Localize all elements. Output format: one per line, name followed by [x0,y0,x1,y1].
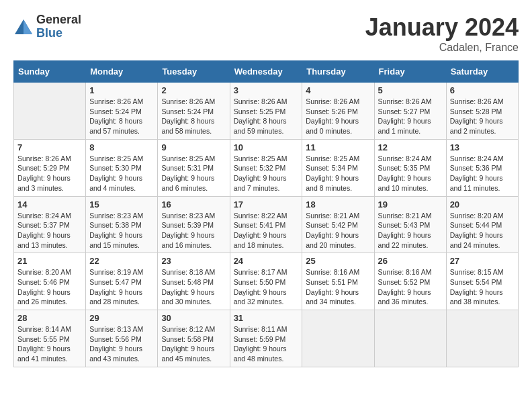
day-info: Sunrise: 8:19 AMSunset: 5:47 PMDaylight:… [89,267,154,307]
header-thursday: Thursday [302,61,374,83]
day-number: 6 [450,85,515,95]
day-number: 12 [378,142,443,152]
day-info: Sunrise: 8:25 AMSunset: 5:31 PMDaylight:… [161,154,226,193]
day-number: 11 [306,142,370,152]
day-cell: 8Sunrise: 8:25 AMSunset: 5:30 PMDaylight… [86,139,158,196]
day-info: Sunrise: 8:24 AMSunset: 5:37 PMDaylight:… [17,211,82,250]
day-cell: 17Sunrise: 8:22 AMSunset: 5:41 PMDayligh… [230,196,302,253]
day-info: Sunrise: 8:20 AMSunset: 5:44 PMDaylight:… [450,211,515,250]
day-cell: 20Sunrise: 8:20 AMSunset: 5:44 PMDayligh… [446,196,518,253]
day-info: Sunrise: 8:11 AMSunset: 5:59 PMDaylight:… [234,324,299,364]
day-number: 29 [89,313,154,323]
day-number: 1 [89,85,154,95]
day-cell: 24Sunrise: 8:17 AMSunset: 5:50 PMDayligh… [230,253,302,310]
page-header: General Blue January 2024 Cadalen, Franc… [13,13,519,54]
day-cell [374,310,446,367]
day-cell: 9Sunrise: 8:25 AMSunset: 5:31 PMDaylight… [158,139,230,196]
day-cell: 22Sunrise: 8:19 AMSunset: 5:47 PMDayligh… [86,253,158,310]
header-wednesday: Wednesday [230,61,302,83]
day-info: Sunrise: 8:21 AMSunset: 5:42 PMDaylight:… [306,211,370,250]
day-info: Sunrise: 8:25 AMSunset: 5:34 PMDaylight:… [306,154,370,193]
logo: General Blue [13,13,81,40]
day-number: 21 [17,256,82,266]
svg-marker-1 [24,19,32,34]
day-cell: 6Sunrise: 8:26 AMSunset: 5:28 PMDaylight… [446,83,518,140]
day-info: Sunrise: 8:18 AMSunset: 5:48 PMDaylight:… [161,267,226,307]
day-number: 16 [161,199,226,210]
day-cell: 12Sunrise: 8:24 AMSunset: 5:35 PMDayligh… [374,139,446,196]
day-info: Sunrise: 8:26 AMSunset: 5:28 PMDaylight:… [450,97,515,136]
logo-blue: Blue [36,27,81,40]
day-cell: 13Sunrise: 8:24 AMSunset: 5:36 PMDayligh… [446,139,518,196]
day-cell: 14Sunrise: 8:24 AMSunset: 5:37 PMDayligh… [14,196,86,253]
day-number: 4 [306,85,370,95]
logo-text: General Blue [36,13,81,40]
day-info: Sunrise: 8:14 AMSunset: 5:55 PMDaylight:… [17,324,82,364]
day-cell: 19Sunrise: 8:21 AMSunset: 5:43 PMDayligh… [374,196,446,253]
day-info: Sunrise: 8:13 AMSunset: 5:56 PMDaylight:… [89,324,154,364]
day-cell: 29Sunrise: 8:13 AMSunset: 5:56 PMDayligh… [86,310,158,367]
day-number: 10 [234,142,299,152]
day-info: Sunrise: 8:24 AMSunset: 5:36 PMDaylight:… [450,154,515,193]
day-number: 2 [161,85,226,95]
calendar-table: SundayMondayTuesdayWednesdayThursdayFrid… [13,60,519,367]
header-saturday: Saturday [446,61,518,83]
location: Cadalen, France [365,42,519,54]
day-info: Sunrise: 8:26 AMSunset: 5:26 PMDaylight:… [306,97,370,136]
day-number: 13 [450,142,515,152]
day-info: Sunrise: 8:24 AMSunset: 5:35 PMDaylight:… [378,154,443,193]
day-info: Sunrise: 8:26 AMSunset: 5:24 PMDaylight:… [161,97,226,136]
day-cell [302,310,374,367]
day-info: Sunrise: 8:25 AMSunset: 5:30 PMDaylight:… [89,154,154,193]
day-cell: 5Sunrise: 8:26 AMSunset: 5:27 PMDaylight… [374,83,446,140]
day-number: 23 [161,256,226,266]
day-info: Sunrise: 8:23 AMSunset: 5:39 PMDaylight:… [161,211,226,250]
header-row: SundayMondayTuesdayWednesdayThursdayFrid… [14,61,519,83]
day-info: Sunrise: 8:23 AMSunset: 5:38 PMDaylight:… [89,211,154,250]
day-number: 19 [378,199,443,210]
day-cell: 26Sunrise: 8:16 AMSunset: 5:52 PMDayligh… [374,253,446,310]
day-cell: 16Sunrise: 8:23 AMSunset: 5:39 PMDayligh… [158,196,230,253]
day-number: 15 [89,199,154,210]
day-info: Sunrise: 8:20 AMSunset: 5:46 PMDaylight:… [17,267,82,307]
day-info: Sunrise: 8:22 AMSunset: 5:41 PMDaylight:… [234,211,299,250]
header-monday: Monday [86,61,158,83]
day-number: 9 [161,142,226,152]
header-sunday: Sunday [14,61,86,83]
day-number: 3 [234,85,299,95]
week-row-3: 14Sunrise: 8:24 AMSunset: 5:37 PMDayligh… [14,196,519,253]
day-cell [446,310,518,367]
day-number: 8 [89,142,154,152]
day-number: 20 [450,199,515,210]
day-cell: 15Sunrise: 8:23 AMSunset: 5:38 PMDayligh… [86,196,158,253]
day-cell: 30Sunrise: 8:12 AMSunset: 5:58 PMDayligh… [158,310,230,367]
day-number: 17 [234,199,299,210]
day-info: Sunrise: 8:26 AMSunset: 5:27 PMDaylight:… [378,97,443,136]
day-cell: 10Sunrise: 8:25 AMSunset: 5:32 PMDayligh… [230,139,302,196]
day-cell: 11Sunrise: 8:25 AMSunset: 5:34 PMDayligh… [302,139,374,196]
week-row-5: 28Sunrise: 8:14 AMSunset: 5:55 PMDayligh… [14,310,519,367]
day-number: 22 [89,256,154,266]
day-info: Sunrise: 8:26 AMSunset: 5:24 PMDaylight:… [89,97,154,136]
day-number: 31 [234,313,299,323]
day-cell: 28Sunrise: 8:14 AMSunset: 5:55 PMDayligh… [14,310,86,367]
day-cell: 1Sunrise: 8:26 AMSunset: 5:24 PMDaylight… [86,83,158,140]
header-tuesday: Tuesday [158,61,230,83]
day-info: Sunrise: 8:25 AMSunset: 5:32 PMDaylight:… [234,154,299,193]
day-cell: 25Sunrise: 8:16 AMSunset: 5:51 PMDayligh… [302,253,374,310]
day-info: Sunrise: 8:16 AMSunset: 5:51 PMDaylight:… [306,267,370,307]
day-number: 28 [17,313,82,323]
day-number: 7 [17,142,82,152]
day-number: 27 [450,256,515,266]
day-cell: 2Sunrise: 8:26 AMSunset: 5:24 PMDaylight… [158,83,230,140]
day-info: Sunrise: 8:26 AMSunset: 5:29 PMDaylight:… [17,154,82,193]
month-title: January 2024 [365,13,519,42]
day-cell: 27Sunrise: 8:15 AMSunset: 5:54 PMDayligh… [446,253,518,310]
day-number: 18 [306,199,370,210]
day-cell: 4Sunrise: 8:26 AMSunset: 5:26 PMDaylight… [302,83,374,140]
day-cell: 3Sunrise: 8:26 AMSunset: 5:25 PMDaylight… [230,83,302,140]
day-number: 25 [306,256,370,266]
day-number: 24 [234,256,299,266]
day-info: Sunrise: 8:26 AMSunset: 5:25 PMDaylight:… [234,97,299,136]
day-info: Sunrise: 8:21 AMSunset: 5:43 PMDaylight:… [378,211,443,250]
